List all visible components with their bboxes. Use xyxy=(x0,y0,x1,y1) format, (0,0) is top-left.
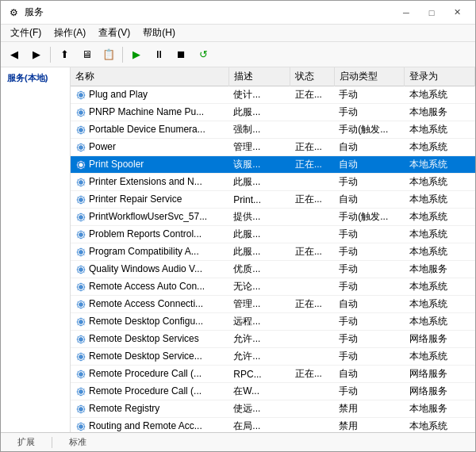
table-row[interactable]: Plug and Play使计...正在...手动本地系统 xyxy=(71,86,475,104)
service-icon xyxy=(75,177,86,188)
service-login: 本地系统 xyxy=(405,121,475,139)
service-name-text: Printer Repair Service xyxy=(89,193,182,205)
table-row[interactable]: PrintWorkflowUserSvc_57...提供...手动(触发...本… xyxy=(71,209,475,226)
header-desc[interactable]: 描述 xyxy=(228,67,290,86)
service-status xyxy=(290,278,334,296)
main-panel: 名称 描述 状态 启动类型 登录为 Plug and Play使计...正在..… xyxy=(71,67,475,432)
services-table: 名称 描述 状态 启动类型 登录为 Plug and Play使计...正在..… xyxy=(71,67,475,432)
service-login: 本地系统 xyxy=(405,156,475,174)
service-icon xyxy=(75,264,86,275)
service-start-type: 手动 xyxy=(334,261,405,278)
service-desc: 强制... xyxy=(228,121,290,139)
service-name-text: Remote Access Auto Con... xyxy=(89,281,205,292)
tab-extended[interactable]: 扩展 xyxy=(7,434,45,450)
service-start-type: 手动 xyxy=(334,313,405,331)
service-name-text: Remote Procedure Call (... xyxy=(89,385,202,396)
service-icon xyxy=(75,282,86,293)
service-desc: 此服... xyxy=(228,104,290,121)
toolbar-separator-1 xyxy=(50,47,51,63)
service-name-cell: Problem Reports Control... xyxy=(71,226,228,243)
table-row[interactable]: Problem Reports Control...此服...手动本地系统 xyxy=(71,226,475,243)
service-start-type: 手动 xyxy=(334,278,405,296)
table-row[interactable]: Remote Desktop Services允许...手动网络服务 xyxy=(71,331,475,348)
sidebar-title[interactable]: 服务(本地) xyxy=(4,71,67,86)
menu-action[interactable]: 操作(A) xyxy=(48,25,92,41)
service-start-type: 手动 xyxy=(334,348,405,366)
table-row[interactable]: Remote Registry使远...禁用本地服务 xyxy=(71,400,475,418)
header-login[interactable]: 登录为 xyxy=(405,67,475,86)
menu-help[interactable]: 帮助(H) xyxy=(136,25,182,41)
back-button[interactable]: ◀ xyxy=(4,44,25,65)
service-name-cell: PrintWorkflowUserSvc_57... xyxy=(71,209,228,226)
service-icon xyxy=(75,299,86,310)
header-status[interactable]: 状态 xyxy=(290,67,334,86)
table-row[interactable]: Remote Desktop Configu...远程...手动本地系统 xyxy=(71,313,475,331)
svg-point-14 xyxy=(79,215,83,219)
close-button[interactable]: ✕ xyxy=(445,5,469,21)
play-button[interactable]: ▶ xyxy=(126,44,147,65)
up-button[interactable]: ⬆ xyxy=(54,44,75,65)
svg-point-38 xyxy=(79,424,83,428)
minimize-button[interactable]: ─ xyxy=(394,5,418,21)
service-desc: 远程... xyxy=(228,313,290,331)
service-name-text: Remote Desktop Configu... xyxy=(89,316,203,327)
menu-view[interactable]: 查看(V) xyxy=(92,25,136,41)
service-icon xyxy=(75,124,86,136)
tab-standard[interactable]: 标准 xyxy=(59,434,97,450)
service-start-type: 禁用 xyxy=(334,400,405,418)
service-start-type: 自动 xyxy=(334,296,405,313)
service-login: 本地服务 xyxy=(405,400,475,418)
table-row[interactable]: Remote Access Auto Con...无论...手动本地系统 xyxy=(71,278,475,296)
service-start-type: 手动 xyxy=(334,331,405,348)
header-name[interactable]: 名称 xyxy=(71,67,228,86)
table-row[interactable]: Remote Procedure Call (...RPC...正在...自动网… xyxy=(71,366,475,383)
export-button[interactable]: 📋 xyxy=(98,44,119,65)
show-button[interactable]: 🖥 xyxy=(76,44,97,65)
service-status: 正在... xyxy=(290,243,334,261)
service-login: 本地系统 xyxy=(405,278,475,296)
table-row[interactable]: Printer Repair ServicePrint...正在...自动本地系… xyxy=(71,191,475,209)
status-separator xyxy=(52,437,52,448)
table-row[interactable]: Portable Device Enumera...强制...手动(触发...本… xyxy=(71,121,475,139)
table-row[interactable]: Power管理...正在...自动本地系统 xyxy=(71,139,475,156)
toolbar-separator-2 xyxy=(122,47,123,63)
service-status: 正在... xyxy=(290,296,334,313)
table-row[interactable]: Remote Access Connecti...管理...正在...自动本地系… xyxy=(71,296,475,313)
table-row[interactable]: Remote Procedure Call (...在W...手动网络服务 xyxy=(71,383,475,400)
service-login: 本地系统 xyxy=(405,226,475,243)
menu-file[interactable]: 文件(F) xyxy=(4,25,48,41)
service-status xyxy=(290,418,334,433)
pause-button[interactable]: ⏸ xyxy=(148,44,169,65)
service-status xyxy=(290,348,334,366)
header-start[interactable]: 启动类型 xyxy=(334,67,405,86)
service-name-text: Remote Desktop Service... xyxy=(89,350,202,362)
service-start-type: 禁用 xyxy=(334,418,405,433)
table-row[interactable]: Routing and Remote Acc...在局...禁用本地系统 xyxy=(71,418,475,433)
service-login: 本地系统 xyxy=(405,86,475,104)
main-window: ⚙ 服务 ─ □ ✕ 文件(F) 操作(A) 查看(V) 帮助(H) ◀ ▶ ⬆… xyxy=(0,0,476,452)
service-login: 本地系统 xyxy=(405,418,475,433)
svg-point-12 xyxy=(79,197,83,201)
svg-point-28 xyxy=(79,337,83,341)
service-status: 正在... xyxy=(290,156,334,174)
table-header-row: 名称 描述 状态 启动类型 登录为 xyxy=(71,67,475,86)
service-desc: 允许... xyxy=(228,348,290,366)
table-row[interactable]: Print Spooler该服...正在...自动本地系统 xyxy=(71,156,475,174)
table-container[interactable]: 名称 描述 状态 启动类型 登录为 Plug and Play使计...正在..… xyxy=(71,67,475,432)
service-name-text: Printer Extensions and N... xyxy=(89,176,202,187)
table-row[interactable]: PNRP Machine Name Pu...此服...手动本地服务 xyxy=(71,104,475,121)
stop-button[interactable]: ⏹ xyxy=(171,44,191,65)
service-name-cell: Remote Access Auto Con... xyxy=(71,278,228,296)
table-row[interactable]: Quality Windows Audio V...优质...手动本地服务 xyxy=(71,261,475,278)
maximize-button[interactable]: □ xyxy=(420,5,443,21)
restart-button[interactable]: ↺ xyxy=(193,44,213,65)
table-row[interactable]: Remote Desktop Service...允许...手动本地系统 xyxy=(71,348,475,366)
table-row[interactable]: Program Compatibility A...此服...正在...手动本地… xyxy=(71,243,475,261)
service-name-text: Problem Reports Control... xyxy=(89,228,202,239)
svg-point-34 xyxy=(79,389,83,393)
table-row[interactable]: Printer Extensions and N...此服...手动本地系统 xyxy=(71,174,475,191)
svg-point-24 xyxy=(79,302,83,306)
forward-button[interactable]: ▶ xyxy=(26,44,47,65)
service-status xyxy=(290,313,334,331)
svg-point-36 xyxy=(79,407,83,411)
